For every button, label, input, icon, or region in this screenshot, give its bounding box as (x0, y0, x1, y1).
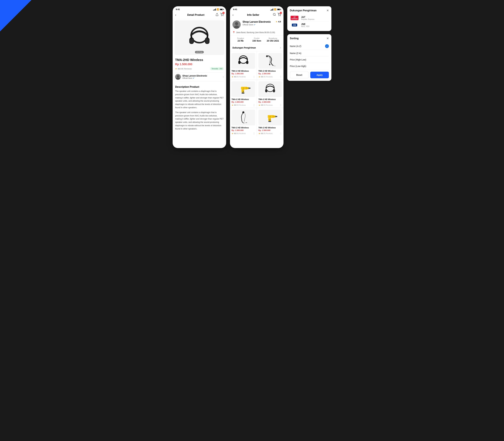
search-button[interactable] (273, 13, 276, 17)
seller-info: Shop Larson Electronic Official Store ✔ (182, 75, 223, 79)
product-price-4: Rp. 1.500.000 (258, 101, 282, 103)
description-text-1: The speaker unit contains a diaphragm th… (175, 90, 224, 109)
cart-button[interactable]: 1 (220, 13, 224, 17)
earphone-icon-2 (238, 111, 249, 124)
product-image-1 (232, 53, 255, 69)
svg-rect-48 (272, 116, 276, 118)
stock-badge: Tersedia : 250 (210, 67, 224, 70)
product-price-1: Rp. 1.500.000 (232, 73, 255, 75)
product-image-6 (258, 110, 282, 125)
wifi-icon-2: 📶 (274, 8, 276, 11)
seller-avatar (175, 74, 181, 80)
courier-jne: JNE JNE REG, YES (290, 22, 329, 29)
sort-option-price-high-low[interactable]: Price (High-Low) (290, 57, 329, 63)
jt-name: J&T (301, 16, 314, 18)
star-3: ★ (232, 104, 233, 106)
drill-icon-1 (236, 83, 251, 95)
svg-point-45 (242, 111, 244, 113)
status-bar-1: 9:41 📶 (173, 6, 226, 12)
seller-name: Shop Larson Electronic (182, 75, 223, 77)
info-seller-header: ‹ Info Seller 1 (230, 12, 284, 18)
more-button-2[interactable]: ⋮ (280, 76, 282, 78)
rating-value: 4.6 (178, 68, 180, 70)
svg-point-13 (273, 13, 275, 16)
description-title: Description Product (175, 86, 224, 88)
share-button[interactable] (216, 13, 219, 17)
star-1: ★ (232, 76, 233, 78)
sort-option-name-az[interactable]: Name (A-Z) ✓ (290, 42, 329, 50)
stat-value-pengikut: 23 Rb (233, 40, 249, 42)
product-card-1[interactable]: TMA-2 HD Wireless Rp. 1.500.000 ★ 4.6 86… (230, 51, 257, 79)
product-rating-4: ★ 4.6 86 Reviews (258, 104, 273, 106)
product-name-2: TMA-2 HD Wireless (258, 70, 282, 72)
product-card-3[interactable]: TMA-2 HD Wireless Rp. 1.500.000 ★ 4.6 86… (230, 80, 257, 108)
svg-rect-53 (269, 120, 270, 120)
svg-rect-23 (239, 59, 239, 61)
verified-icon-2: ✔ (254, 24, 255, 26)
product-rating-1: ★ 4.6 86 Reviews (232, 76, 246, 78)
more-button-4[interactable]: ⋮ (280, 104, 282, 106)
sort-label-price-high-low: Price (High-Low) (290, 58, 306, 61)
svg-point-19 (234, 26, 239, 29)
back-button[interactable]: ‹ (175, 13, 176, 17)
svg-point-46 (246, 122, 247, 123)
back-button-2[interactable]: ‹ (233, 13, 234, 17)
jt-logo: J&TEXPRESS (290, 16, 299, 20)
svg-point-16 (280, 16, 281, 16)
seller-hero-avatar (233, 20, 241, 29)
star-6: ★ (258, 132, 260, 135)
svg-point-18 (235, 22, 238, 25)
product-card-5[interactable]: TMA-2 HD Wireless Rp. 1.500.000 ★ 4.6 86… (230, 108, 257, 136)
sorting-panel-title: Sorting (290, 37, 299, 40)
stat-value-bergabung: 20 Okt 2021 (265, 40, 281, 42)
product-name-3: TMA-2 HD Wireless (232, 98, 255, 100)
description-text-2: The speaker unit contains a diaphragm th… (175, 111, 224, 131)
product-price-6: Rp. 1.500.000 (258, 129, 282, 131)
close-sorting-panel[interactable]: ✕ (327, 37, 329, 40)
more-button-5[interactable]: ⋮ (253, 132, 255, 135)
close-delivery-panel[interactable]: ✕ (327, 9, 329, 12)
more-button-3[interactable]: ⋮ (253, 104, 255, 106)
star-icon-2: ★ (276, 20, 278, 23)
apply-button[interactable]: Apply (310, 72, 329, 78)
stat-pengikut: Pengikut 23 Rb (233, 37, 249, 42)
svg-rect-22 (246, 61, 248, 64)
delivery-section[interactable]: Dukungan Pengiriman › (230, 44, 284, 51)
panel-header-delivery: Dukungan Pengiriman ✕ (290, 9, 329, 12)
cart-button-2[interactable]: 1 (278, 13, 281, 17)
product-name-5: TMA-2 HD Wireless (232, 127, 255, 129)
status-icons-2: 📶 (270, 8, 280, 11)
svg-point-25 (266, 55, 268, 57)
more-button-6[interactable]: ⋮ (280, 132, 282, 135)
review-count: 86 Reviews (181, 68, 192, 70)
sort-option-name-za[interactable]: Name (Z-A) (290, 50, 329, 57)
phone-info-seller: 9:41 📶 ‹ Info Seller (230, 6, 284, 148)
product-name-1: TMA-2 HD Wireless (232, 70, 255, 72)
svg-point-15 (279, 16, 279, 16)
svg-point-2 (223, 16, 223, 16)
courier-jt: J&TEXPRESS J&T Reguler, Express (290, 15, 329, 22)
star-icon: ★ (175, 68, 177, 70)
product-image-4 (258, 81, 282, 97)
reset-button[interactable]: Reset (290, 72, 309, 78)
info-seller-title: Info Seller (247, 14, 259, 16)
product-price: Rp 1.500.000 (175, 63, 224, 66)
product-meta: ★ 4.6 86 Reviews Tersedia : 250 (175, 67, 224, 70)
product-card-4[interactable]: TMA-2 HD Wireless Rp. 1.500.000 ★ 4.6 86… (257, 80, 284, 108)
svg-rect-24 (247, 59, 248, 61)
product-name-6: TMA-2 HD Wireless (258, 127, 282, 129)
product-price-3: Rp. 1.500.000 (232, 101, 255, 103)
product-card-6[interactable]: TMA-2 HD Wireless Rp. 1.500.000 ★ 4.6 86… (257, 108, 284, 136)
rating-row: ★ 4.6 86 Reviews (175, 68, 192, 70)
sort-option-price-low-high[interactable]: Price (Low-High) (290, 63, 329, 69)
product-card-2[interactable]: TMA-2 HD Wireless Rp. 1.500.000 ★ 4.6 86… (257, 51, 284, 79)
battery-icon (220, 9, 223, 10)
panels-column: Dukungan Pengiriman ✕ J&TEXPRESS J&T Reg… (287, 6, 331, 81)
svg-rect-36 (242, 93, 244, 94)
svg-rect-40 (266, 90, 267, 92)
main-container: 9:41 📶 ‹ Detail Product (173, 6, 331, 148)
seller-row[interactable]: Shop Larson Electronic Official Store ✔ … (175, 72, 224, 81)
svg-point-1 (221, 16, 221, 16)
headphone-icon-2 (264, 83, 276, 95)
more-button-1[interactable]: ⋮ (253, 76, 255, 78)
